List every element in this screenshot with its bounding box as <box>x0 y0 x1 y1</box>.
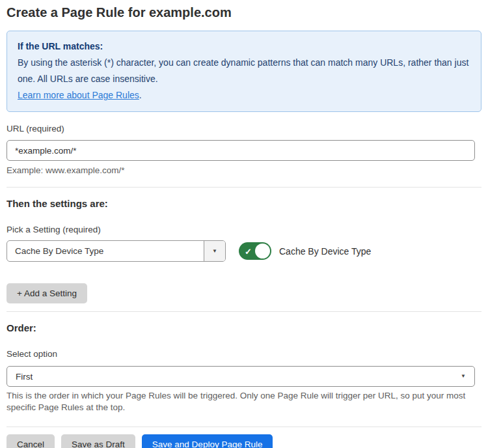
divider <box>7 311 481 312</box>
settings-section-heading: Then the settings are: <box>7 198 481 209</box>
check-icon: ✓ <box>245 247 252 255</box>
order-dropdown-value: First <box>16 372 33 382</box>
divider <box>7 187 481 188</box>
footer-button-row: Cancel Save as Draft Save and Deploy Pag… <box>7 434 481 448</box>
order-section-heading: Order: <box>7 322 481 333</box>
setting-dropdown-arrow-button[interactable]: ▼ <box>204 241 225 261</box>
add-setting-button[interactable]: + Add a Setting <box>7 283 87 303</box>
link-suffix: . <box>139 90 142 100</box>
info-box-link-line: Learn more about Page Rules. <box>18 87 470 104</box>
info-box-heading: If the URL matches: <box>18 38 470 55</box>
url-field-label: URL (required) <box>7 124 481 133</box>
toggle-knob <box>255 244 270 259</box>
save-deploy-button[interactable]: Save and Deploy Page Rule <box>142 434 273 448</box>
cancel-button[interactable]: Cancel <box>7 434 55 448</box>
cache-device-toggle[interactable]: ✓ <box>239 242 271 260</box>
url-match-info-box: If the URL matches: By using the asteris… <box>7 31 481 112</box>
page-rule-form: Create a Page Rule for example.com If th… <box>0 0 488 448</box>
url-input[interactable] <box>7 140 475 161</box>
learn-more-link[interactable]: Learn more about Page Rules <box>18 90 139 100</box>
order-dropdown[interactable]: First ▼ <box>7 366 475 387</box>
toggle-label: Cache By Device Type <box>279 246 371 257</box>
pick-setting-label: Pick a Setting (required) <box>7 225 481 234</box>
info-box-body: By using the asterisk (*) character, you… <box>18 55 470 87</box>
setting-dropdown-value: Cache By Device Type <box>7 241 204 261</box>
save-draft-button[interactable]: Save as Draft <box>61 434 135 448</box>
order-help-text: This is the order in which your Page Rul… <box>7 390 475 413</box>
setting-dropdown[interactable]: Cache By Device Type ▼ <box>7 240 226 262</box>
setting-row: Cache By Device Type ▼ ✓ Cache By Device… <box>7 240 481 262</box>
url-example-text: Example: www.example.com/* <box>7 165 481 175</box>
chevron-down-icon: ▼ <box>461 374 466 379</box>
order-select-label: Select option <box>7 349 481 359</box>
chevron-down-icon: ▼ <box>212 249 217 254</box>
page-title: Create a Page Rule for example.com <box>7 4 481 21</box>
divider <box>7 427 481 427</box>
